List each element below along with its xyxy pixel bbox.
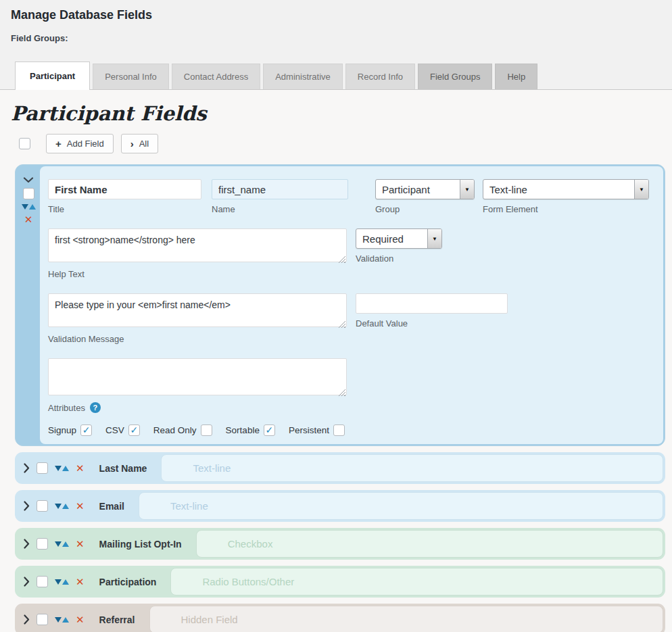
- delete-field-button[interactable]: ✕: [76, 577, 85, 587]
- expand-field-button[interactable]: [24, 614, 30, 625]
- check-icon: ✓: [82, 425, 91, 435]
- tab-field-groups[interactable]: Field Groups: [418, 64, 492, 89]
- field-type-panel: Checkbox: [196, 530, 663, 558]
- option-signup[interactable]: Signup ✓: [48, 424, 92, 436]
- add-field-label: Add Field: [67, 139, 104, 149]
- field-title: Last Name: [85, 454, 162, 482]
- field-select-checkbox[interactable]: [23, 188, 34, 199]
- option-csv[interactable]: CSV ✓: [105, 424, 140, 436]
- delete-field-button[interactable]: ✕: [24, 214, 33, 224]
- form-element-select[interactable]: Text-line ▼: [483, 179, 649, 199]
- sort-handle-icon[interactable]: [55, 466, 69, 471]
- delete-field-button[interactable]: ✕: [76, 463, 85, 473]
- chevron-right-icon: ›: [130, 139, 134, 149]
- sort-up-icon: [62, 541, 69, 547]
- default-value-label: Default Value: [356, 318, 508, 329]
- default-value-input[interactable]: [356, 293, 508, 314]
- select-all-checkbox[interactable]: [19, 138, 30, 149]
- field-select-checkbox[interactable]: [37, 614, 48, 625]
- delete-field-button[interactable]: ✕: [76, 614, 85, 625]
- sort-up-icon: [62, 579, 69, 585]
- plus-icon: +: [55, 139, 62, 149]
- sort-up-icon: [62, 466, 69, 471]
- expand-field-button[interactable]: [24, 463, 30, 473]
- sort-handle-icon[interactable]: [55, 579, 69, 585]
- tab-content: Participant Fields + Add Field › All: [0, 90, 672, 632]
- sort-down-icon: [55, 579, 62, 585]
- field-type-label: Radio Buttons/Other: [202, 576, 294, 587]
- collapse-field-button[interactable]: [23, 177, 34, 183]
- expand-field-button[interactable]: [24, 577, 30, 587]
- tab-help[interactable]: Help: [495, 64, 537, 89]
- signup-checkbox[interactable]: ✓: [80, 424, 92, 436]
- check-icon: ✓: [130, 425, 138, 435]
- delete-field-button[interactable]: ✕: [76, 539, 85, 549]
- validation-message-textarea[interactable]: Please type in your <em>first name</em>: [48, 293, 347, 327]
- field-title: Email: [85, 492, 139, 520]
- sort-down-icon: [22, 204, 28, 210]
- field-title: Referral: [85, 606, 149, 632]
- check-icon: ✓: [266, 425, 274, 435]
- field-option-checkboxes: Signup ✓ CSV ✓ Read Only Sortable ✓: [48, 424, 654, 436]
- field-select-checkbox[interactable]: [37, 538, 48, 550]
- tab-contact-address[interactable]: Contact Address: [172, 64, 260, 89]
- name-label: Name: [212, 204, 348, 214]
- tab-personal-info[interactable]: Personal Info: [93, 64, 169, 89]
- read-only-checkbox[interactable]: [201, 424, 212, 436]
- help-text-textarea[interactable]: first <strong>name</strong> here: [48, 228, 347, 262]
- field-select-checkbox[interactable]: [37, 462, 48, 474]
- page-title: Manage Database Fields: [11, 8, 661, 22]
- field-row-mailing-list-opt-in: ✕ Mailing List Opt-In Checkbox: [15, 528, 665, 560]
- sortable-checkbox[interactable]: ✓: [264, 424, 275, 436]
- validation-label: Validation: [356, 253, 442, 264]
- option-sortable[interactable]: Sortable ✓: [226, 424, 275, 436]
- help-icon[interactable]: ?: [90, 402, 101, 413]
- persistent-checkbox[interactable]: [333, 424, 345, 436]
- expand-field-button[interactable]: [24, 501, 30, 511]
- tab-participant[interactable]: Participant: [15, 62, 90, 90]
- group-select-value: Participant: [376, 180, 460, 199]
- expand-field-button[interactable]: [24, 539, 30, 549]
- attributes-textarea[interactable]: [48, 358, 347, 395]
- field-type-label: Text-line: [170, 500, 208, 512]
- form-element-label: Form Element: [483, 204, 649, 214]
- name-input[interactable]: [212, 179, 348, 199]
- title-input[interactable]: [48, 179, 201, 199]
- field-row-last-name: ✕ Last Name Text-line: [15, 452, 665, 484]
- sort-handle-icon[interactable]: [55, 504, 69, 509]
- field-groups-label: Field Groups:: [11, 33, 661, 43]
- fields-list: + Add Field › All ✕: [15, 134, 665, 632]
- sort-handle-icon[interactable]: [22, 204, 36, 210]
- tab-administrative[interactable]: Administrative: [263, 64, 343, 89]
- option-persistent[interactable]: Persistent: [289, 424, 345, 436]
- tab-record-info[interactable]: Record Info: [345, 64, 415, 89]
- field-row-participation: ✕ Participation Radio Buttons/Other: [15, 566, 665, 598]
- validation-message-label: Validation Message: [48, 334, 347, 344]
- sort-up-icon: [29, 204, 36, 210]
- sort-up-icon: [62, 504, 69, 509]
- field-editor-body: Title Name Participant ▼ Group: [40, 166, 663, 444]
- expand-all-button[interactable]: › All: [121, 134, 158, 153]
- sort-handle-icon[interactable]: [55, 541, 69, 547]
- help-text-label: Help Text: [48, 269, 347, 279]
- option-read-only[interactable]: Read Only: [153, 424, 212, 436]
- field-group-tabs: Participant Personal Info Contact Addres…: [0, 62, 672, 90]
- sort-down-icon: [55, 617, 62, 623]
- field-type-panel: Text-line: [161, 454, 663, 482]
- validation-select-value: Required: [356, 229, 427, 248]
- admin-header: Manage Database Fields Field Groups:: [0, 0, 672, 43]
- delete-field-button[interactable]: ✕: [76, 501, 85, 511]
- field-type-panel: Text-line: [139, 492, 663, 520]
- sort-handle-icon[interactable]: [55, 617, 69, 623]
- sort-down-icon: [55, 504, 62, 509]
- field-row-email: ✕ Email Text-line: [15, 490, 665, 522]
- field-row-referral: ✕ Referral Hidden Field: [15, 604, 665, 632]
- title-label: Title: [48, 204, 201, 214]
- validation-select[interactable]: Required ▼: [356, 228, 442, 249]
- section-title: Participant Fields: [11, 102, 672, 125]
- group-select[interactable]: Participant ▼: [375, 179, 475, 199]
- field-select-checkbox[interactable]: [37, 576, 48, 587]
- add-field-button[interactable]: + Add Field: [46, 134, 114, 153]
- field-select-checkbox[interactable]: [37, 500, 48, 512]
- csv-checkbox[interactable]: ✓: [128, 424, 140, 436]
